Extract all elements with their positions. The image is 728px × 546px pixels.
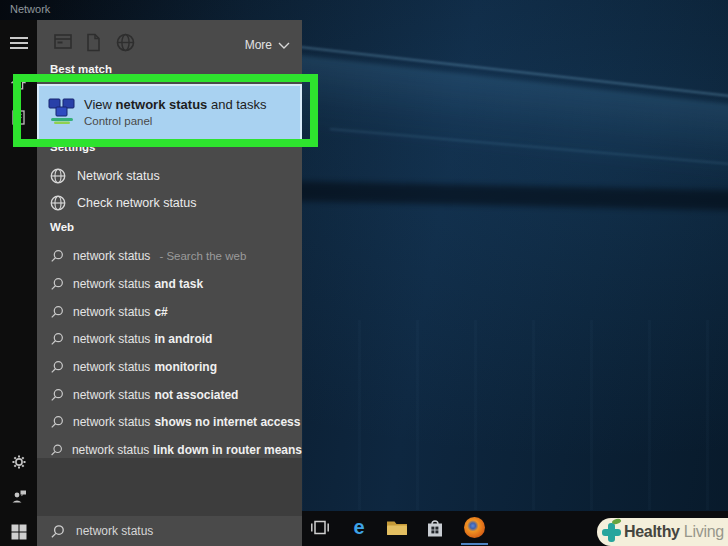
chevron-down-icon <box>278 42 290 49</box>
store-button[interactable] <box>423 511 447 543</box>
search-icon <box>50 360 64 374</box>
feedback-button[interactable] <box>0 489 37 504</box>
suggestion-query: network status <box>73 360 150 374</box>
suggestion-completion: monitoring <box>154 360 217 374</box>
web-globe-icon <box>116 33 135 52</box>
web-suggestion[interactable]: network status - Search the web <box>37 244 302 268</box>
search-icon <box>50 524 65 539</box>
edge-icon: e <box>353 517 364 537</box>
search-icon <box>50 388 64 402</box>
menu-button[interactable] <box>0 36 37 50</box>
suggestion-query: network status <box>73 277 150 291</box>
suggestion-completion: and task <box>154 277 203 291</box>
suggestion-query: network status <box>72 443 149 457</box>
wallpaper-dark-band <box>295 181 728 211</box>
file-explorer-button[interactable] <box>385 511 409 543</box>
web-suggestion[interactable]: network status and task <box>37 272 302 296</box>
suggestion-query: network status <box>73 332 150 346</box>
web-suggestion[interactable]: network status c# <box>37 300 302 324</box>
setting-result-check-network-status[interactable]: Check network status <box>37 191 302 215</box>
firefox-icon <box>464 517 485 538</box>
suggestion-completion: shows no internet access <box>154 415 300 429</box>
suggestion-query: network status <box>73 415 150 429</box>
web-suggestion[interactable]: network status link down in router means <box>37 438 302 462</box>
suggestion-completion: not associated <box>154 388 238 402</box>
suggestion-completion: in android <box>154 332 212 346</box>
search-icon <box>50 277 64 291</box>
web-suggestion[interactable]: network status shows no internet access <box>37 410 302 434</box>
globe-icon <box>50 195 66 211</box>
setting-result-network-status[interactable]: Network status <box>37 164 302 188</box>
web-suggestion[interactable]: network status in android <box>37 327 302 351</box>
search-box[interactable] <box>37 516 302 546</box>
documents-icon <box>86 33 101 52</box>
search-icon <box>50 415 64 429</box>
store-icon <box>425 517 445 538</box>
task-view-button[interactable] <box>308 511 332 543</box>
watermark-brand-light: Living <box>684 523 724 540</box>
hamburger-icon <box>10 36 28 50</box>
firefox-active-indicator <box>461 543 488 545</box>
web-suggestion[interactable]: network status monitoring <box>37 355 302 379</box>
task-view-icon <box>310 519 330 536</box>
search-icon <box>50 249 64 263</box>
filter-documents-button[interactable] <box>86 33 101 56</box>
suggestion-completion: c# <box>154 305 167 319</box>
watermark-brand-bold: Healthy <box>624 523 680 540</box>
search-icon <box>50 332 64 346</box>
person-feedback-icon <box>11 489 27 504</box>
web-suggestion[interactable]: network status not associated <box>37 383 302 407</box>
screen: Network e <box>0 0 728 546</box>
search-icon <box>50 443 63 457</box>
suggestion-query: network status <box>73 249 150 263</box>
more-label: More <box>245 38 272 52</box>
filter-apps-button[interactable] <box>54 33 72 54</box>
suggestion-completion: link down in router means <box>153 443 302 457</box>
setting-result-label: Check network status <box>77 196 197 210</box>
windows-logo-icon <box>11 524 27 540</box>
edge-button[interactable]: e <box>347 511 371 543</box>
wallpaper-streaks <box>300 320 728 510</box>
firefox-button[interactable] <box>462 511 486 543</box>
annotation-highlight-box <box>13 74 318 147</box>
gear-icon <box>11 454 27 470</box>
suggestion-query: network status <box>73 305 150 319</box>
web-header: Web <box>50 221 74 233</box>
wallpaper-light-beam <box>265 52 728 193</box>
watermark-text: Healthy Living <box>624 523 724 541</box>
filter-web-button[interactable] <box>116 33 135 56</box>
suggestion-query: network status <box>73 388 150 402</box>
healthy-living-plus-icon <box>600 521 622 543</box>
search-input[interactable] <box>74 523 268 539</box>
desktop-icon-label: Network <box>10 3 50 15</box>
setting-result-label: Network status <box>77 169 160 183</box>
settings-button[interactable] <box>0 454 37 470</box>
watermark-badge: Healthy Living <box>597 518 728 546</box>
globe-icon <box>50 168 66 184</box>
search-icon <box>50 305 64 319</box>
file-explorer-icon <box>386 519 408 536</box>
start-button[interactable] <box>0 524 37 540</box>
more-filters-button[interactable]: More <box>245 38 290 52</box>
suggestion-annotation: - Search the web <box>159 250 246 262</box>
apps-icon <box>54 33 72 50</box>
search-filter-row: More <box>37 30 302 66</box>
